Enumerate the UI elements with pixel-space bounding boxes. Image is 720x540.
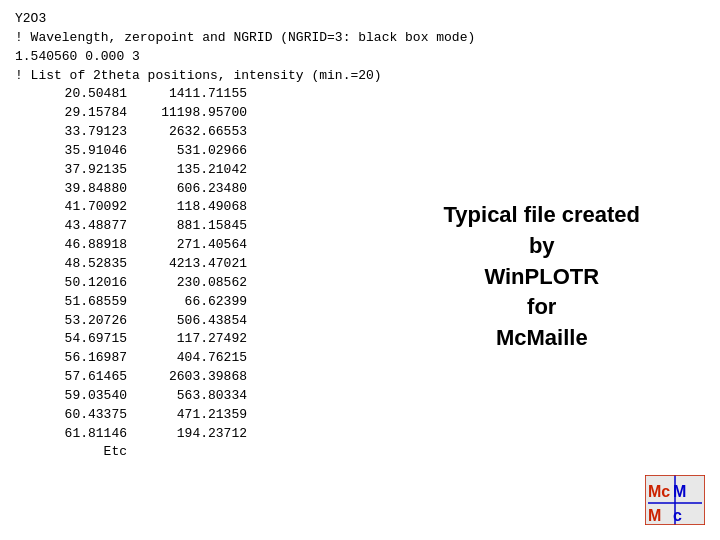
header-line3: 1.540560 0.000 3: [15, 48, 705, 67]
table-row: 29.1578411198.95700: [15, 104, 705, 123]
mcmaille-logo-icon: Mc M M c: [645, 475, 705, 525]
intensity-value: 2603.39868: [135, 368, 255, 387]
intensity-value: 531.02966: [135, 142, 255, 161]
header-line1: Y2O3: [15, 10, 705, 29]
intensity-value: 2632.66553: [135, 123, 255, 142]
intensity-value: 606.23480: [135, 180, 255, 199]
table-row: 35.91046531.02966: [15, 142, 705, 161]
intensity-value: 881.15845: [135, 217, 255, 236]
table-row: 37.92135135.21042: [15, 161, 705, 180]
intensity-value: 404.76215: [135, 349, 255, 368]
table-row: 60.43375471.21359: [15, 406, 705, 425]
intensity-value: 563.80334: [135, 387, 255, 406]
theta-value: 56.16987: [15, 349, 135, 368]
intensity-value: 271.40564: [135, 236, 255, 255]
watermark-text: Typical file created by WinPLOTR for McM…: [444, 200, 640, 354]
intensity-value: 4213.47021: [135, 255, 255, 274]
theta-value: 43.48877: [15, 217, 135, 236]
table-row: 61.81146194.23712: [15, 425, 705, 444]
intensity-value: 118.49068: [135, 198, 255, 217]
svg-text:Mc: Mc: [648, 483, 670, 500]
intensity-value: 471.21359: [135, 406, 255, 425]
theta-value: 53.20726: [15, 312, 135, 331]
theta-value: 50.12016: [15, 274, 135, 293]
theta-value: 29.15784: [15, 104, 135, 123]
table-row: 33.791232632.66553: [15, 123, 705, 142]
table-row: 59.03540563.80334: [15, 387, 705, 406]
theta-value: 20.50481: [15, 85, 135, 104]
intensity-value: 117.27492: [135, 330, 255, 349]
theta-value: 39.84880: [15, 180, 135, 199]
table-row: 20.504811411.71155: [15, 85, 705, 104]
intensity-value: 506.43854: [135, 312, 255, 331]
intensity-value: 66.62399: [135, 293, 255, 312]
theta-value: 41.70092: [15, 198, 135, 217]
theta-value: 60.43375: [15, 406, 135, 425]
theta-value: 59.03540: [15, 387, 135, 406]
theta-value: 48.52835: [15, 255, 135, 274]
intensity-value: 135.21042: [135, 161, 255, 180]
header-line2: ! Wavelength, zeropoint and NGRID (NGRID…: [15, 29, 705, 48]
intensity-value: 194.23712: [135, 425, 255, 444]
svg-text:M: M: [648, 507, 661, 524]
theta-value: 54.69715: [15, 330, 135, 349]
theta-value: Etc: [15, 443, 135, 462]
theta-value: 37.92135: [15, 161, 135, 180]
theta-value: 57.61465: [15, 368, 135, 387]
header-line4: ! List of 2theta positions, intensity (m…: [15, 67, 705, 86]
intensity-value: 11198.95700: [135, 104, 255, 123]
intensity-value: [135, 443, 255, 462]
table-row: Etc: [15, 443, 705, 462]
theta-value: 61.81146: [15, 425, 135, 444]
intensity-value: 1411.71155: [135, 85, 255, 104]
logo-container: Mc M M c: [645, 475, 705, 525]
intensity-value: 230.08562: [135, 274, 255, 293]
theta-value: 33.79123: [15, 123, 135, 142]
table-row: 39.84880606.23480: [15, 180, 705, 199]
theta-value: 35.91046: [15, 142, 135, 161]
table-row: 57.614652603.39868: [15, 368, 705, 387]
theta-value: 51.68559: [15, 293, 135, 312]
theta-value: 46.88918: [15, 236, 135, 255]
